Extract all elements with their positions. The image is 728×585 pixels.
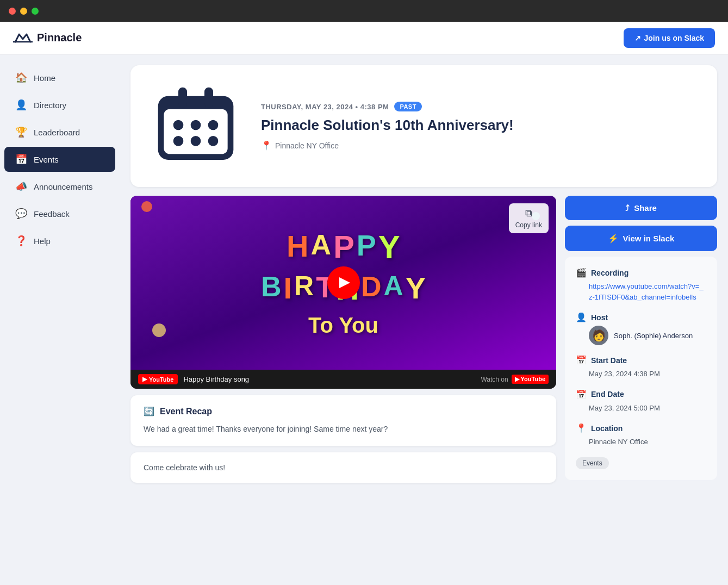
logo-text: Pinnacle [37,32,82,44]
sidebar-item-label: Directory [34,101,66,110]
event-recap-title: 🔄 Event Recap [144,406,543,416]
event-recap-text: We had a great time! Thanks everyone for… [144,423,543,435]
copy-link-button[interactable]: ⧉ Copy link [509,203,549,233]
app-window: Pinnacle ↗ Join us on Slack 🏠 Home 👤 Dir… [0,22,728,585]
celebrate-card: Come celebrate with us! [130,452,556,483]
external-link-icon: ↗ [634,34,641,42]
celebrate-text: Come celebrate with us! [144,463,543,472]
host-avatar: 🧑 [589,326,608,345]
start-date-icon: 📅 [576,355,587,365]
topnav: Pinnacle ↗ Join us on Slack [0,22,728,54]
slack-icon: ⚡ [608,233,619,244]
share-button[interactable]: ⤴ Share [565,196,717,220]
event-datetime: THURSDAY, MAY 23, 2024 • 4:38 PM PAST [261,102,695,111]
svg-point-9 [208,136,219,146]
start-date-row: 📅 Start Date May 23, 2024 4:38 PM [576,355,706,379]
svg-point-8 [191,136,201,146]
directory-icon: 👤 [15,99,27,111]
bottom-section: H A P P Y B I R T [130,196,717,483]
sidebar-item-home[interactable]: 🏠 Home [4,65,115,90]
svg-rect-1 [164,109,227,154]
start-date-value: May 23, 2024 4:38 PM [576,369,706,379]
sidebar-item-label: Events [34,155,59,164]
logo: Pinnacle [13,32,82,45]
close-button[interactable] [9,8,16,15]
sidebar-item-announcements[interactable]: 📣 Announcements [4,174,115,199]
end-date-icon: 📅 [576,389,587,400]
event-location: 📍 Pinnacle NY Office [261,140,695,151]
svg-point-5 [191,120,201,130]
announcements-icon: 📣 [15,181,27,192]
video-title: Happy Birthday song [183,375,249,383]
location-label: 📍 Location [576,423,706,433]
logo-icon [13,32,33,45]
sidebar-item-leaderboard[interactable]: 🏆 Leaderboard [4,120,115,145]
watch-on-youtube[interactable]: Watch on ▶ YouTube [481,375,549,384]
sidebar: 🏠 Home 👤 Directory 🏆 Leaderboard 📅 Event… [0,54,120,585]
share-icon: ⤴ [625,203,630,213]
past-badge: PAST [394,102,422,111]
left-column: H A P P Y B I R T [130,196,556,483]
content-area: THURSDAY, MAY 23, 2024 • 4:38 PM PAST Pi… [120,54,728,585]
sidebar-item-label: Home [34,73,55,83]
sidebar-item-events[interactable]: 📅 Events [4,147,115,172]
svg-rect-3 [204,88,213,108]
sidebar-item-help[interactable]: ❓ Help [4,228,115,253]
recording-label: 🎬 Recording [576,267,706,278]
play-button[interactable] [327,266,360,299]
recording-row: 🎬 Recording https://www.youtube.com/watc… [576,267,706,302]
yt-badge: ▶ YouTube [512,375,549,384]
feedback-icon: 💬 [15,208,27,220]
join-slack-button[interactable]: ↗ Join us on Slack [624,28,715,48]
end-date-row: 📅 End Date May 23, 2024 5:00 PM [576,389,706,414]
copy-icon: ⧉ [525,208,532,219]
svg-point-4 [173,120,184,130]
location-row: 📍 Location Pinnacle NY Office [576,423,706,447]
minimize-button[interactable] [20,8,27,15]
video-thumbnail: H A P P Y B I R T [130,196,556,370]
recap-icon: 🔄 [144,406,154,416]
view-in-slack-button[interactable]: ⚡ View in Slack [565,226,717,251]
host-name: Soph. (Sophie) Anderson [614,332,693,340]
event-header-card: THURSDAY, MAY 23, 2024 • 4:38 PM PAST Pi… [130,65,717,187]
video-bar: ▶ YouTube Happy Birthday song Watch on ▶… [130,370,556,389]
end-date-label: 📅 End Date [576,389,706,400]
host-icon: 👤 [576,312,587,322]
start-date-label: 📅 Start Date [576,355,706,365]
event-title: Pinnacle Solution's 10th Anniversary! [261,117,695,134]
sidebar-item-directory[interactable]: 👤 Directory [4,92,115,117]
events-tag: Events [576,457,609,469]
event-recap-card: 🔄 Event Recap We had a great time! Thank… [130,395,556,446]
end-date-value: May 23, 2024 5:00 PM [576,403,706,414]
sidebar-item-label: Leaderboard [34,128,80,137]
help-icon: ❓ [15,235,27,247]
sidebar-item-label: Help [34,237,51,246]
main-layout: 🏠 Home 👤 Directory 🏆 Leaderboard 📅 Event… [0,54,728,585]
recording-icon: 🎬 [576,267,587,278]
sidebar-item-label: Feedback [34,209,70,219]
host-label: 👤 Host [576,312,706,322]
video-bar-left: ▶ YouTube Happy Birthday song [138,374,249,384]
events-icon: 📅 [15,153,27,165]
host-row: 👤 Host 🧑 Soph. (Sophie) Anderson [576,312,706,345]
svg-point-6 [208,120,219,130]
calendar-icon [152,82,239,171]
leaderboard-icon: 🏆 [15,126,27,138]
maximize-button[interactable] [32,8,39,15]
recording-url[interactable]: https://www.youtube.com/watch?v=_z-1fTIS… [576,281,706,302]
video-container[interactable]: H A P P Y B I R T [130,196,556,389]
youtube-logo: ▶ YouTube [138,374,178,384]
titlebar [0,0,728,22]
home-icon: 🏠 [15,72,27,84]
event-details-card: 🎬 Recording https://www.youtube.com/watc… [565,257,717,480]
events-tag-row: Events [576,457,706,469]
sidebar-item-feedback[interactable]: 💬 Feedback [4,201,115,226]
location-icon: 📍 [576,423,587,433]
location-pin-icon: 📍 [261,140,272,151]
event-info: THURSDAY, MAY 23, 2024 • 4:38 PM PAST Pi… [261,102,695,151]
host-info: 🧑 Soph. (Sophie) Anderson [576,326,706,345]
svg-point-7 [173,136,184,146]
location-value: Pinnacle NY Office [576,437,706,447]
sidebar-item-label: Announcements [34,182,92,191]
right-sidebar: ⤴ Share ⚡ View in Slack 🎬 Recordi [565,196,717,480]
